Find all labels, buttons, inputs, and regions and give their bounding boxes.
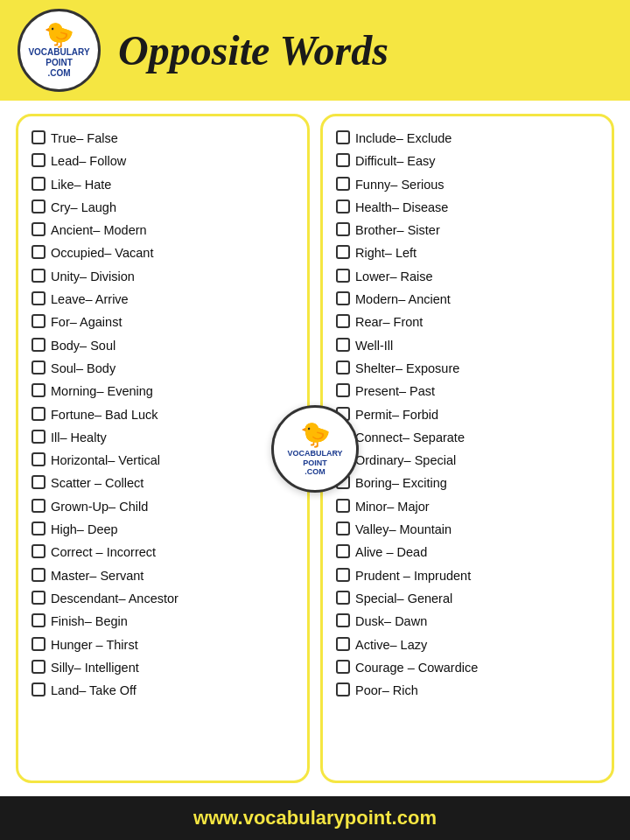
checkbox-icon: [336, 637, 350, 651]
checkbox-icon: [336, 591, 350, 605]
checkbox-icon: [336, 291, 350, 305]
word-pair: Soul– Body: [51, 360, 116, 377]
word-pair: Connect– Separate: [355, 429, 465, 446]
checkbox-icon: [336, 360, 350, 374]
checkbox-icon: [32, 407, 46, 421]
checkbox-icon: [32, 591, 46, 605]
columns-area: True– FalseLead– FollowLike– HateCry– La…: [0, 101, 630, 796]
list-item: Rear– Front: [336, 313, 603, 331]
list-item: Ordinary– Special: [336, 452, 603, 469]
list-item: Dusk– Dawn: [336, 612, 603, 630]
checkbox-icon: [32, 130, 46, 144]
checkbox-icon: [32, 177, 46, 191]
checkbox-icon: [336, 383, 350, 397]
right-column: Include– ExcludeDifficult– EasyFunny– Se…: [320, 114, 614, 783]
word-pair: Difficult– Easy: [355, 152, 436, 170]
checkbox-icon: [336, 222, 350, 236]
list-item: Cry– Laugh: [32, 199, 298, 216]
list-item: Include– Exclude: [336, 130, 603, 147]
checkbox-icon: [336, 660, 350, 674]
list-item: High– Deep: [32, 521, 298, 538]
list-item: Correct – Incorrect: [32, 543, 298, 561]
checkbox-icon: [336, 177, 350, 191]
list-item: Finish– Begin: [32, 612, 298, 630]
logo-mascot: 🐤: [44, 23, 74, 47]
word-pair: Valley– Mountain: [355, 521, 452, 538]
word-pair: Ancient– Modern: [51, 221, 147, 239]
checkbox-icon: [336, 682, 350, 696]
list-item: Ill– Healty: [32, 429, 298, 446]
list-item: Lower– Raise: [336, 268, 603, 285]
checkbox-icon: [32, 568, 46, 582]
list-item: Courage – Cowardice: [336, 659, 603, 676]
word-pair: Cry– Laugh: [51, 199, 116, 216]
list-item: Minor– Major: [336, 498, 603, 515]
logo: 🐤 VOCABULARYPOINT.COM: [18, 9, 101, 92]
word-pair: Well-Ill: [355, 337, 393, 354]
word-pair: Rear– Front: [355, 313, 423, 331]
list-item: Unity– Division: [32, 268, 298, 285]
list-item: Active– Lazy: [336, 636, 603, 654]
checkbox-icon: [336, 269, 350, 283]
word-pair: Brother– Sister: [355, 221, 440, 239]
word-pair: Morning– Evening: [51, 382, 153, 400]
checkbox-icon: [32, 245, 46, 259]
word-pair: Right– Left: [355, 244, 416, 262]
word-pair: Correct – Incorrect: [51, 543, 156, 561]
page-title: Opposite Words: [118, 26, 388, 74]
word-pair: Grown-Up– Child: [51, 498, 148, 515]
list-item: Poor– Rich: [336, 682, 603, 699]
checkbox-icon: [336, 568, 350, 582]
word-pair: Lead– Follow: [51, 152, 126, 170]
list-item: Lead– Follow: [32, 152, 298, 170]
footer: www.vocabularypoint.com: [0, 796, 630, 840]
checkbox-icon: [336, 499, 350, 513]
list-item: Prudent – Imprudent: [336, 567, 603, 584]
word-pair: High– Deep: [51, 521, 118, 538]
word-pair: Occupied– Vacant: [51, 244, 153, 262]
list-item: Hunger – Thirst: [32, 636, 298, 654]
left-column: True– FalseLead– FollowLike– HateCry– La…: [16, 114, 310, 783]
checkbox-icon: [32, 153, 46, 167]
word-pair: Present– Past: [355, 382, 435, 400]
word-pair: For– Against: [51, 313, 122, 331]
checkbox-icon: [336, 200, 350, 214]
list-item: For– Against: [32, 313, 298, 331]
list-item: Present– Past: [336, 382, 603, 400]
word-pair: Body– Soul: [51, 337, 116, 354]
checkbox-icon: [32, 291, 46, 305]
page-wrapper: 🐤 VOCABULARYPOINT.COM Opposite Words Tru…: [0, 0, 630, 840]
list-item: True– False: [32, 130, 298, 147]
word-pair: Prudent – Imprudent: [355, 567, 471, 584]
list-item: Difficult– Easy: [336, 152, 603, 170]
word-pair: Horizontal– Vertical: [51, 452, 160, 469]
checkbox-icon: [32, 269, 46, 283]
word-pair: Minor– Major: [355, 498, 430, 515]
list-item: Ancient– Modern: [32, 221, 298, 239]
word-pair: Poor– Rich: [355, 682, 418, 699]
word-pair: Boring– Exciting: [355, 474, 447, 492]
checkbox-icon: [32, 452, 46, 466]
checkbox-icon: [336, 613, 350, 627]
list-item: Special– General: [336, 590, 603, 607]
list-item: Land– Take Off: [32, 682, 298, 699]
checkbox-icon: [32, 499, 46, 513]
word-pair: Special– General: [355, 590, 452, 607]
word-pair: Active– Lazy: [355, 636, 427, 654]
checkbox-icon: [32, 544, 46, 558]
checkbox-icon: [32, 430, 46, 444]
list-item: Soul– Body: [32, 360, 298, 377]
list-item: Modern– Ancient: [336, 290, 603, 308]
footer-url: www.vocabularypoint.com: [193, 807, 437, 829]
checkbox-icon: [32, 522, 46, 536]
word-pair: Health– Disease: [355, 199, 448, 216]
list-item: Boring– Exciting: [336, 474, 603, 492]
checkbox-icon: [336, 130, 350, 144]
word-pair: Ordinary– Special: [355, 452, 456, 469]
checkbox-icon: [32, 338, 46, 352]
checkbox-icon: [32, 222, 46, 236]
list-item: Well-Ill: [336, 337, 603, 354]
checkbox-icon: [32, 660, 46, 674]
word-pair: Descendant– Ancestor: [51, 590, 178, 607]
word-pair: Unity– Division: [51, 268, 135, 285]
